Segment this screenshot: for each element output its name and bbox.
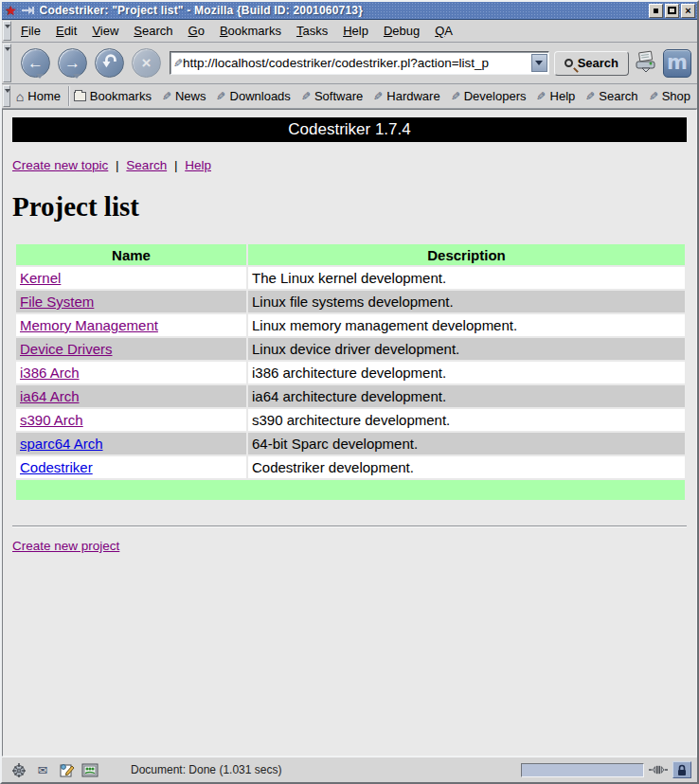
- bookmark-item-software[interactable]: ✎ Software: [297, 87, 369, 105]
- search-button[interactable]: Search: [554, 51, 629, 76]
- bookmark-label: Home: [27, 89, 61, 103]
- bookmark-item-developers[interactable]: ✎ Developers: [447, 87, 533, 105]
- print-button[interactable]: [634, 49, 658, 78]
- bookmark-item-shop[interactable]: ✎ Shop: [645, 87, 697, 105]
- bookmark-item-bookmarks[interactable]: Bookmarks: [70, 87, 158, 105]
- menu-bookmarks[interactable]: Bookmarks: [212, 21, 289, 41]
- mail-icon[interactable]: ✉: [33, 761, 52, 778]
- bookmark-item-search[interactable]: ✎ Search: [582, 87, 644, 105]
- url-history-dropdown-button[interactable]: [531, 54, 547, 72]
- menu-search[interactable]: Search: [126, 21, 180, 41]
- progress-bar: [521, 763, 644, 777]
- bookmark-item-news[interactable]: ✎ News: [158, 87, 213, 105]
- menu-bar: File Edit View Search Go Bookmarks Tasks…: [2, 20, 697, 43]
- close-button[interactable]: ×: [681, 4, 695, 18]
- security-lock-icon[interactable]: [672, 761, 691, 778]
- project-description: Linux file systems development.: [248, 291, 685, 312]
- menu-view[interactable]: View: [84, 21, 126, 41]
- forward-button[interactable]: →: [58, 48, 87, 78]
- bookmark-label: Developers: [464, 89, 527, 103]
- stop-button[interactable]: ×: [132, 48, 161, 78]
- minimize-button[interactable]: [649, 4, 663, 18]
- navigation-toolbar: ← → × ✎ Search: [2, 43, 697, 84]
- status-bar: ✉ Document: Done (1.031 secs): [2, 757, 697, 782]
- project-name-link[interactable]: sparc64 Arch: [20, 436, 103, 452]
- project-name-link[interactable]: Device Drivers: [20, 341, 113, 357]
- bookmark-item-downloads[interactable]: ✎ Downloads: [212, 87, 296, 105]
- maximize-button[interactable]: [665, 4, 679, 18]
- reload-button[interactable]: [95, 48, 124, 78]
- title-bar[interactable]: ★ Codestriker: "Project list" - Mozilla …: [2, 2, 697, 20]
- toolbar-grippy[interactable]: [3, 44, 11, 82]
- table-footer-row: [16, 480, 685, 500]
- back-button[interactable]: ←: [21, 48, 50, 78]
- mozilla-logo-button[interactable]: m: [663, 49, 691, 78]
- bookmark-pen-icon: ✎: [301, 90, 311, 103]
- table-row: Codestriker Codestriker development.: [16, 456, 685, 478]
- project-name-link[interactable]: Memory Management: [20, 317, 158, 333]
- url-input[interactable]: [183, 53, 531, 73]
- project-description: Codestriker development.: [248, 456, 685, 478]
- table-row: Memory Management Linux memory managemen…: [16, 314, 685, 336]
- project-name-link[interactable]: ia64 Arch: [20, 388, 80, 404]
- menu-file[interactable]: File: [13, 21, 48, 41]
- project-description: i386 architecture development.: [248, 362, 685, 383]
- magnifier-icon: [565, 59, 573, 67]
- bookmark-pen-icon[interactable]: ✎: [173, 57, 183, 70]
- maximize-icon: [668, 7, 676, 14]
- project-description: Linux device driver development.: [248, 338, 685, 360]
- window-pin-icon: [21, 2, 36, 19]
- toolbar-separator: [68, 86, 69, 106]
- forward-dropdown-icon[interactable]: [73, 74, 81, 79]
- url-bar[interactable]: ✎: [170, 51, 549, 75]
- project-description: Linux memory management development.: [248, 314, 685, 336]
- forward-arrow-icon: →: [64, 54, 81, 73]
- bookmark-label: Hardware: [386, 89, 439, 103]
- window-manager-star-icon[interactable]: ★: [5, 4, 17, 17]
- window-title: Codestriker: "Project list" - Mozilla {B…: [40, 4, 645, 17]
- table-row: File System Linux file systems developme…: [16, 291, 685, 312]
- nav-separator: |: [116, 158, 119, 172]
- reload-icon: [101, 52, 118, 74]
- link-create-new-project[interactable]: Create new project: [12, 539, 119, 553]
- bookmark-pen-icon: ✎: [373, 90, 383, 103]
- link-help[interactable]: Help: [185, 158, 211, 172]
- bookmark-label: Downloads: [230, 89, 291, 103]
- back-dropdown-icon[interactable]: [36, 74, 44, 79]
- composer-icon[interactable]: [57, 761, 76, 778]
- project-name-link[interactable]: s390 Arch: [20, 412, 83, 428]
- bookmark-item-hardware[interactable]: ✎ Hardware: [369, 87, 446, 105]
- page-title: Project list: [12, 191, 687, 223]
- project-name-link[interactable]: Codestriker: [20, 459, 93, 475]
- link-create-new-topic[interactable]: Create new topic: [12, 158, 108, 172]
- divider: [12, 526, 687, 527]
- menu-debug[interactable]: Debug: [376, 21, 427, 41]
- bookmark-label: Bookmarks: [90, 89, 152, 103]
- bookmark-pen-icon: ✎: [585, 90, 595, 103]
- project-name-link[interactable]: File System: [20, 294, 94, 310]
- toolbar-grippy[interactable]: [3, 85, 10, 107]
- bookmark-item-home[interactable]: ⌂ Home: [12, 87, 67, 106]
- project-name-link[interactable]: Kernel: [20, 270, 61, 286]
- navigator-icon[interactable]: [9, 761, 28, 778]
- menu-tasks[interactable]: Tasks: [289, 21, 335, 41]
- table-row: Kernel The Linux kernel development.: [16, 267, 685, 289]
- menu-edit[interactable]: Edit: [48, 21, 84, 41]
- page-banner: Codestriker 1.7.4: [12, 117, 687, 142]
- table-row: i386 Arch i386 architecture development.: [16, 362, 685, 383]
- bookmark-label: Search: [599, 89, 637, 103]
- menu-help[interactable]: Help: [335, 21, 376, 41]
- project-name-link[interactable]: i386 Arch: [20, 365, 80, 381]
- bookmark-label: Software: [314, 89, 363, 103]
- link-search[interactable]: Search: [126, 158, 167, 172]
- address-book-icon[interactable]: [81, 761, 99, 778]
- close-icon: ×: [685, 5, 690, 16]
- personal-toolbar: ⌂ Home Bookmarks ✎ News ✎ Downloads ✎ So…: [2, 84, 697, 109]
- menu-qa[interactable]: QA: [427, 21, 460, 41]
- toolbar-grippy[interactable]: [3, 21, 11, 41]
- table-row: Device Drivers Linux device driver devel…: [16, 338, 685, 360]
- offline-plug-icon[interactable]: [649, 761, 668, 778]
- home-icon: ⌂: [16, 89, 24, 104]
- menu-go[interactable]: Go: [181, 21, 212, 41]
- bookmark-item-help[interactable]: ✎ Help: [532, 87, 582, 105]
